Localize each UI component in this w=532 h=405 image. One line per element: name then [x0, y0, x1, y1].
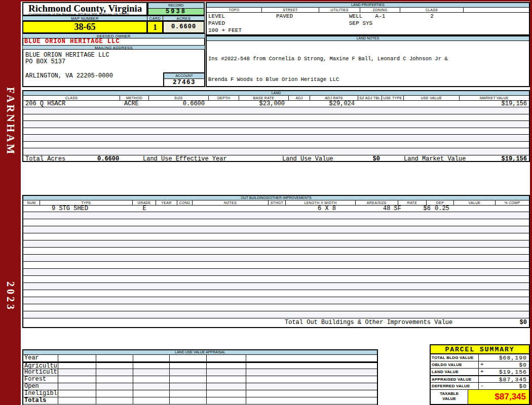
- col-length-x-width: LENGTH X WIDTH: [286, 200, 356, 205]
- land-notes-text: Ins #2022-548 from Cornelia D Strong, Ma…: [207, 41, 529, 98]
- appraisal-row-label: Year: [23, 355, 58, 361]
- appraisal-cell: [58, 383, 96, 390]
- col-base-rate: BASE RATE: [239, 96, 289, 100]
- land-use-appraisal-body: YearAgricultureHorticultureForestOpen Sp…: [23, 355, 377, 404]
- map-number-value: 38-65: [22, 21, 147, 33]
- zoning-value: A-1: [360, 13, 400, 19]
- empty-row: [23, 240, 529, 248]
- deeded-owner-value: BLUE ORION HERITAGE LLC: [22, 38, 205, 45]
- col-value: VALUE: [454, 200, 496, 205]
- account-box: ACCOUNT 27463: [163, 72, 205, 87]
- appraisal-row: Open Space: [23, 383, 377, 390]
- parcel-summary-body: TOTAL BLDG VALUE $68,190 OBLDG VALUE +$0…: [430, 354, 530, 405]
- appraisal-cell: [96, 397, 133, 404]
- card-label: CARD: [147, 16, 163, 21]
- acres-label: ACRES: [163, 16, 205, 21]
- ob-rate: $6: [404, 206, 431, 212]
- column-header-topo: TOPO: [207, 8, 262, 12]
- appraisal-cell: [133, 397, 170, 404]
- column-header-blank: [464, 8, 529, 12]
- summary-value: $87,345: [479, 376, 529, 382]
- appraisal-cell: [170, 397, 207, 404]
- appraisal-cell: [133, 363, 170, 369]
- col-market-value: MARKET VALUE: [460, 96, 529, 100]
- land-use-value-label: Land Use Value: [282, 155, 333, 163]
- out-buildings-empty-rows: [23, 212, 529, 318]
- col-sthgt: STHGT: [269, 200, 286, 205]
- appraisal-cell: [207, 390, 246, 397]
- parcel-summary: PARCEL SUMMARY TOTAL BLDG VALUE $68,190 …: [430, 344, 530, 405]
- summary-label: TOTAL BLDG VALUE: [431, 354, 479, 361]
- land-properties-title: LAND PROPERTIES: [207, 3, 529, 8]
- land-use-value: $0: [358, 155, 380, 163]
- appraisal-cell: [133, 369, 170, 376]
- total-acres-label: Total Acres: [25, 155, 65, 163]
- summary-op: +: [480, 369, 484, 375]
- appraisal-cell: [58, 397, 96, 404]
- land-properties-headers: TOPO STREET UTILITIES ZONING CLASS: [207, 8, 529, 13]
- appraisal-cell: [58, 376, 96, 383]
- summary-value: +$0: [479, 361, 529, 368]
- topo-value: LEVEL: [208, 13, 225, 19]
- col-depth: DEPTH: [209, 96, 239, 100]
- appraisal-cell: [246, 397, 377, 404]
- ob-dep: 0.25: [435, 206, 449, 212]
- appraisal-cell: [96, 363, 133, 369]
- col-method: METHOD: [120, 96, 149, 100]
- land-totals-row: Total Acres 0.6600 Land Use Effective Ye…: [23, 155, 529, 163]
- col-adj-rate: ADJ RATE: [310, 96, 358, 100]
- appraisal-cell: [133, 376, 170, 383]
- land-table-title: LAND: [23, 91, 529, 96]
- empty-row: [23, 297, 529, 304]
- address-line: ARLINGTON, VA 22205-0000: [25, 72, 113, 79]
- appraisal-cell: [96, 369, 133, 376]
- empty-row: [23, 304, 529, 311]
- empty-row: [23, 233, 529, 240]
- summary-op: -: [480, 383, 484, 389]
- out-buildings-title: OUT BUILDINGS/OTHER IMPROVEMENTS: [23, 196, 529, 200]
- col-dep: DEP: [427, 200, 454, 205]
- county-header: Richmond County, Virginia Commissioner o…: [22, 2, 147, 16]
- appraisal-row-label: Ineligible: [23, 390, 58, 397]
- col-pct-comp: % COMP: [496, 200, 529, 205]
- empty-row: [23, 114, 529, 122]
- col-use-type: USE TYPE: [382, 96, 404, 100]
- appraisal-row: Year: [23, 355, 377, 362]
- appraisal-row: Ineligible: [23, 390, 377, 397]
- appraisal-cell: [246, 355, 377, 361]
- appraisal-cell: [96, 355, 133, 361]
- land-method: ACRE: [124, 101, 139, 107]
- empty-row: [23, 311, 529, 318]
- col-notes: NOTES: [193, 200, 269, 205]
- taxable-value: $87,345: [468, 390, 529, 404]
- appraisal-cell: [207, 369, 246, 376]
- appraisal-row: Agriculture: [23, 362, 377, 369]
- summary-label: DEFERRED VALUE: [431, 383, 479, 389]
- col-adj: ADJ: [289, 96, 310, 100]
- land-base-rate: $23,000: [241, 101, 285, 107]
- appraisal-cell: [246, 376, 377, 383]
- appraisal-cell: [96, 383, 133, 390]
- col-year: YEAR: [156, 200, 177, 205]
- card-value: 1: [147, 21, 163, 33]
- record-box: RECORD 5938: [147, 2, 205, 16]
- col-use-value: USE VALUE: [404, 96, 460, 100]
- land-notes-line: Brenda F Woods to Blue Orion Heritage LL…: [208, 76, 527, 84]
- appraisal-cell: [133, 383, 170, 390]
- appraisal-cell: [96, 390, 133, 397]
- appraisal-cell: [170, 355, 207, 361]
- record-value: 5938: [148, 9, 204, 15]
- land-properties-panel: LAND PROPERTIES TOPO STREET UTILITIES ZO…: [206, 2, 530, 35]
- parcel-summary-title: PARCEL SUMMARY: [430, 344, 530, 354]
- land-size: 0.6600: [150, 101, 205, 107]
- out-buildings-headers: NUM TYPE GRADE YEAR COND NOTES STHGT LEN…: [23, 200, 529, 206]
- appraisal-cell: [58, 390, 96, 397]
- summary-row-obldg: OBLDG VALUE +$0: [431, 361, 529, 369]
- col-class: CLASS: [23, 96, 120, 100]
- ob-length-x-width: 6 X 8: [292, 206, 362, 212]
- appraisal-row-label: Horticulture: [23, 369, 58, 376]
- appraisal-cell: [246, 363, 377, 369]
- summary-row-deferred: DEFERRED VALUE -$0: [431, 383, 529, 390]
- col-type: TYPE: [40, 200, 133, 205]
- appraisal-cell: [246, 390, 377, 397]
